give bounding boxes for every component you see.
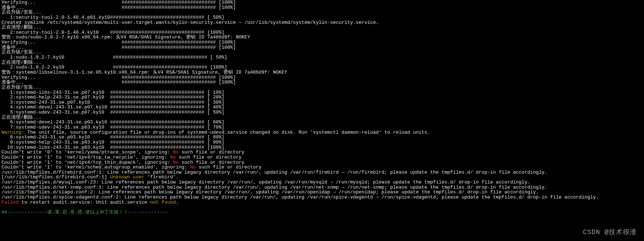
terminal-segment: Created symlink /etc/systemd/system/mult… <box>1 20 379 25</box>
watermark-text: CSDN @技术很渣 <box>583 229 637 236</box>
terminal-line: 准备中... #################################… <box>1 5 643 10</box>
terminal-output: Verifying... ###########################… <box>0 0 644 215</box>
terminal-line: 8:systemd-243-31.se.p03.ky10 ###########… <box>1 135 643 140</box>
terminal-line: 1:systemd-libs-243-31.se.p07.ky10 ######… <box>1 90 643 95</box>
terminal-line: 准备中... #################################… <box>1 80 643 85</box>
terminal-line: 正在升级/安装... <box>1 10 643 15</box>
terminal-line: Verifying... ###########################… <box>1 75 643 80</box>
terminal-line: 10:systemd-libs-243-31.se.p03.ky10 #####… <box>1 145 643 150</box>
terminal-segment: -------------- <box>128 210 168 215</box>
terminal-line: 5:systemd-udev-243-31.se.p07.ky10 ######… <box>1 110 643 115</box>
terminal-line: 正在升级/安装... <box>1 85 643 90</box>
terminal-segment: ##-------------- <box>1 210 47 215</box>
terminal-line: 9:systemd-help-243-31.se.p03.ky10 ######… <box>1 140 643 145</box>
terminal-segment: . <box>176 200 179 205</box>
terminal-line: Couldn't write '0' to 'kernel/yama/ptrac… <box>1 150 643 155</box>
terminal-line: /usr/lib/tmpfiles.d/mysql.conf:23: Line … <box>1 180 643 185</box>
terminal-line: 2:systemd-help-243-31.se.p07.ky10 ######… <box>1 95 643 100</box>
terminal-line: 3:systemd-243-31.se.p07.ky10 ###########… <box>1 100 643 105</box>
terminal-line <box>1 205 643 210</box>
terminal-line: [/usr/lib/tmpfiles.d/firebird.conf:1] Un… <box>1 175 643 180</box>
terminal-line: Verifying... ###########################… <box>1 0 643 5</box>
terminal-line: Failed to restart audit.service: Unit au… <box>1 200 643 205</box>
terminal-line: 正在升级/安装... <box>1 50 643 55</box>
terminal-segment: to restart audit.service: Unit audit.ser… <box>19 200 150 205</box>
terminal-line: Warning: The unit file, source configura… <box>1 130 643 135</box>
terminal-line: 1:sudo-1.9.2-7.ky10 ####################… <box>1 55 643 60</box>
terminal-line: 4:systemd-devel-243-31.se.p07.ky10 #####… <box>1 105 643 110</box>
terminal-line: 警告：sudo/sudo-1.9.2-7.ky10.x86_64.rpm: 头V… <box>1 35 643 40</box>
terminal-line: 2:security-tool-2.0-1.48.4.ky10 ########… <box>1 30 643 35</box>
terminal-line: ##--------------请-重-启-系-统-使以上补丁生效！！-----… <box>1 210 643 215</box>
terminal-line: 警告：systemd/libselinux-3.1-1.se.05.ky10.x… <box>1 70 643 75</box>
terminal-line: 6:systemd-devel-243-31.se.p03.ky10 #####… <box>1 120 643 125</box>
terminal-line: /usr/lib/tmpfiles.d/net-snmp.conf:1: Lin… <box>1 185 643 190</box>
terminal-line: /usr/lib/tmpfiles.d/spice-vdagentd.conf:… <box>1 195 643 200</box>
terminal-line: 正在清理/删除... <box>1 25 643 30</box>
terminal-line: 7:systemd-udev-243-31.se.p03.ky10 ######… <box>1 125 643 130</box>
terminal-line: /usr/lib/tmpfiles.d/firebird.conf:1: Lin… <box>1 170 643 175</box>
terminal-line: /usr/lib/tmpfiles.d/slapd.conf:2: Line r… <box>1 190 643 195</box>
terminal-line: 1:security-tool-2.0-1.48.4.p01.ky10#####… <box>1 15 643 20</box>
terminal-line: Couldn't write '1' to 'net/ipv4/tcp_tw_r… <box>1 155 643 160</box>
terminal-segment: 请-重-启-系-统-使以上补丁生效！！ <box>47 210 128 215</box>
terminal-line: 准备中... #################################… <box>1 45 643 50</box>
terminal-line: Couldn't write '1' to 'net/ipv4/tcp_thin… <box>1 160 643 165</box>
terminal-line: 2:sudo-1.9.2-2.ky10 ####################… <box>1 65 643 70</box>
terminal-line: Created symlink /etc/systemd/system/mult… <box>1 20 643 25</box>
terminal-line: Couldn't write '1' to 'kernel/sched_auto… <box>1 165 643 170</box>
terminal-segment: not found <box>150 200 176 205</box>
terminal-line: 正在清理/删除... <box>1 115 643 120</box>
terminal-line: 正在清理/删除... <box>1 60 643 65</box>
terminal-line: Verifying... ###########################… <box>1 40 643 45</box>
